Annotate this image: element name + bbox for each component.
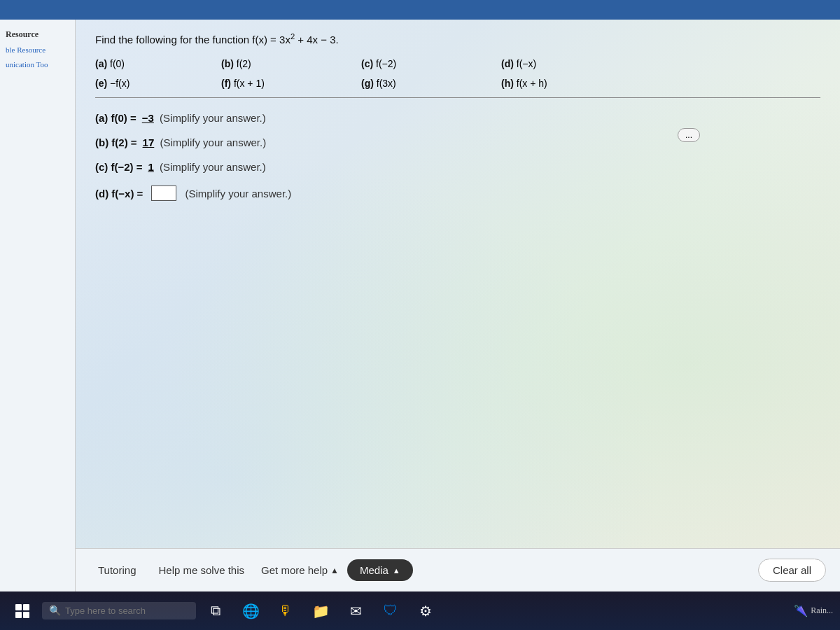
windows-start-button[interactable] (7, 596, 38, 626)
defender-button[interactable]: 🛡 (375, 596, 406, 626)
parts-grid-row2: (e) −f(x) (f) f(x + 1) (g) f(3x) (h) f(x… (95, 76, 820, 90)
sidebar-label-resource: Resource (0, 27, 75, 43)
part-e-label: (e) −f(x) (95, 76, 221, 90)
answer-a-note: (Simplify your answer.) (157, 112, 266, 124)
part-a-label: (a) f(0) (95, 57, 221, 71)
answer-row-b: (b) f(2) = 17 (Simplify your answer.) (95, 136, 820, 148)
answer-b-label: (b) f(2) = (95, 136, 137, 148)
get-more-help-button[interactable]: Get more help ▲ (258, 560, 342, 580)
get-more-help-label: Get more help (261, 564, 328, 576)
task-view-button[interactable]: ⧉ (200, 596, 231, 626)
taskbar-search-icon: 🔍 (49, 605, 61, 617)
rain-label: Rain... (811, 606, 833, 616)
main-content: Find the following for the function f(x)… (76, 20, 840, 592)
part-d-label: (d) f(−x) (501, 57, 641, 71)
edge-browser-button[interactable]: 🌐 (235, 596, 266, 626)
answer-row-a: (a) f(0) = −3 (Simplify your answer.) (95, 112, 820, 124)
answer-section: (a) f(0) = −3 (Simplify your answer.) (b… (95, 112, 820, 201)
media-arrow-icon: ▲ (393, 566, 400, 575)
mail-icon: ✉ (350, 603, 362, 620)
answer-a-value: −3 (142, 112, 154, 124)
answer-row-c: (c) f(−2) = 1 (Simplify your answer.) (95, 161, 820, 173)
files-icon: 📁 (312, 603, 330, 620)
part-g-label: (g) f(3x) (361, 76, 501, 90)
part-f-label: (f) f(x + 1) (221, 76, 361, 90)
answer-c-note: (Simplify your answer.) (157, 161, 266, 173)
sidebar: Resource ble Resource unication Too (0, 20, 76, 609)
answer-row-d: (d) f(−x) = (Simplify your answer.) (95, 186, 820, 201)
tutoring-button[interactable]: Tutoring (90, 560, 144, 580)
part-h-label: (h) f(x + h) (501, 76, 641, 90)
cortana-button[interactable]: 🎙 (270, 596, 301, 626)
answer-c-label: (c) f(−2) = (95, 161, 143, 173)
answer-b-note: (Simplify your answer.) (157, 136, 266, 148)
part-c-label: (c) f(−2) (361, 57, 501, 71)
files-button[interactable]: 📁 (305, 596, 336, 626)
answer-d-note: (Simplify your answer.) (182, 188, 291, 200)
get-more-help-arrow-icon: ▲ (330, 566, 339, 575)
media-label: Media (360, 564, 388, 576)
defender-icon: 🛡 (384, 603, 398, 619)
taskbar: 🔍 ⧉ 🌐 🎙 📁 ✉ 🛡 ⚙ 🌂 Rain... (0, 592, 840, 630)
mail-button[interactable]: ✉ (340, 596, 371, 626)
top-bar (0, 0, 840, 20)
divider (95, 97, 820, 98)
sidebar-item-ble-resource[interactable]: ble Resource (0, 43, 75, 57)
edge-icon: 🌐 (242, 603, 260, 620)
parts-grid-row1: (a) f(0) (b) f(2) (c) f(−2) (d) f(−x) (95, 57, 820, 71)
question-header: Find the following for the function f(x)… (95, 32, 820, 46)
more-options-button[interactable]: ... (678, 128, 700, 142)
answer-b-value: 17 (143, 136, 155, 148)
answer-a-label: (a) f(0) = (95, 112, 136, 124)
bottom-toolbar: Tutoring Help me solve this Get more hel… (76, 548, 840, 592)
answer-c-value: 1 (148, 161, 154, 173)
answer-d-input[interactable] (151, 186, 176, 201)
rain-icon: 🌂 (794, 604, 808, 617)
taskbar-search-container: 🔍 (42, 602, 196, 620)
sidebar-item-unication-too[interactable]: unication Too (0, 57, 75, 72)
help-me-solve-this-button[interactable]: Help me solve this (150, 560, 253, 580)
weather-widget[interactable]: 🌂 Rain... (794, 604, 833, 617)
taskbar-search-input[interactable] (65, 606, 170, 616)
part-b-label: (b) f(2) (221, 57, 361, 71)
media-button[interactable]: Media ▲ (347, 559, 413, 581)
cortana-icon: 🎙 (279, 603, 293, 619)
task-view-icon: ⧉ (211, 603, 220, 619)
settings-icon: ⚙ (419, 603, 432, 620)
settings-button[interactable]: ⚙ (410, 596, 441, 626)
windows-logo-icon (15, 604, 29, 618)
answer-d-label: (d) f(−x) = (95, 188, 143, 200)
clear-all-button[interactable]: Clear all (758, 559, 826, 582)
